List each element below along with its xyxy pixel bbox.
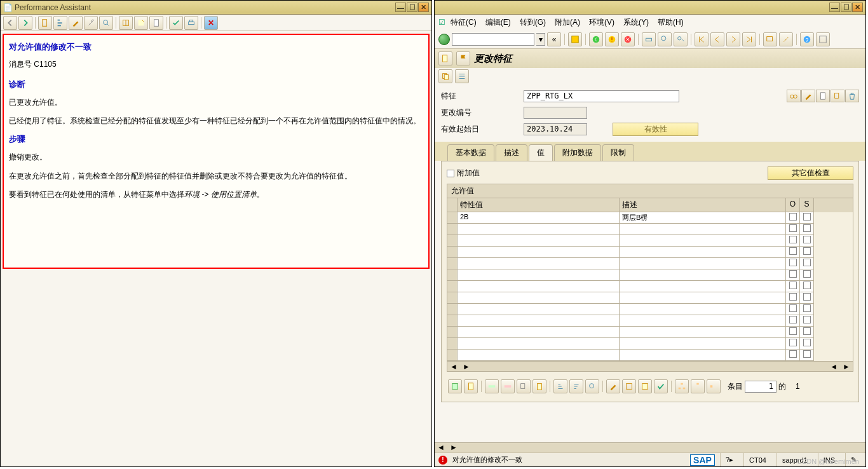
close-button[interactable]: ✕ [418, 3, 429, 12]
table-row[interactable]: 2B两层B楞 [447, 212, 853, 224]
table-row[interactable] [447, 315, 853, 327]
tbl-hier-button[interactable] [675, 379, 689, 393]
history-button[interactable]: « [547, 32, 561, 46]
tool-btn-2[interactable] [53, 16, 67, 30]
table-row[interactable] [447, 235, 853, 247]
change-number-input[interactable] [524, 107, 587, 119]
save-button[interactable] [568, 32, 582, 46]
print-button[interactable] [184, 16, 198, 30]
tab-restrictions[interactable]: 限制 [602, 144, 634, 161]
tab-additional[interactable]: 附加数据 [554, 144, 601, 161]
minimize-button[interactable]: — [829, 3, 840, 12]
menu-characteristic[interactable]: 特征(C) [447, 16, 480, 29]
additional-values-checkbox[interactable]: 附加值 [447, 168, 480, 179]
pencil-button[interactable] [801, 90, 815, 102]
tbl-sort-asc-button[interactable] [553, 379, 567, 393]
last-page-button[interactable] [742, 32, 756, 46]
tbl-btn-2[interactable] [464, 379, 478, 393]
shortcut-button[interactable] [779, 32, 793, 46]
command-field[interactable] [452, 33, 534, 46]
table-row[interactable] [447, 350, 853, 361]
menu-edit[interactable]: 编辑(E) [482, 16, 515, 29]
tbl-hier3-button[interactable] [707, 379, 721, 393]
find-button[interactable] [658, 32, 672, 46]
table-row[interactable] [447, 327, 853, 338]
tbl-check-button[interactable] [654, 379, 668, 393]
valid-from-input[interactable] [524, 123, 587, 135]
tbl-paste-button[interactable] [532, 379, 546, 393]
tbl-hier2-button[interactable] [691, 379, 705, 393]
procedure-heading: 步骤 [9, 133, 423, 145]
new-session-button[interactable] [763, 32, 777, 46]
menu-help[interactable]: 帮助(H) [654, 16, 688, 29]
menu-environment[interactable]: 环境(V) [585, 16, 618, 29]
print-button[interactable] [642, 32, 656, 46]
tbl-text-button[interactable] [638, 379, 652, 393]
app-icon-1[interactable] [438, 51, 452, 65]
forward-button[interactable] [18, 16, 32, 30]
cancel-button[interactable] [621, 32, 635, 46]
next-page-button[interactable] [726, 32, 740, 46]
tab-basic-data[interactable]: 基本数据 [447, 144, 494, 161]
delete-button[interactable] [845, 90, 859, 102]
maximize-button[interactable]: ☐ [407, 3, 417, 12]
back-button[interactable] [3, 16, 17, 30]
table-row[interactable] [447, 224, 853, 235]
tool-btn-5[interactable] [99, 16, 113, 30]
command-dropdown[interactable]: ▾ [536, 33, 545, 46]
tbl-select-button[interactable] [622, 379, 636, 393]
table-row[interactable] [447, 258, 853, 269]
layout-button[interactable] [816, 32, 830, 46]
tool-btn-7[interactable] [134, 16, 148, 30]
tbl-btn-1[interactable] [448, 379, 462, 393]
tbl-edit-button[interactable] [606, 379, 620, 393]
tool-btn-3[interactable] [69, 16, 83, 30]
tool-btn-6[interactable] [119, 16, 133, 30]
validity-button[interactable]: 有效性 [613, 123, 698, 136]
prev-page-button[interactable] [710, 32, 724, 46]
find-next-button[interactable] [674, 32, 688, 46]
status-help[interactable]: ?▸ [720, 453, 738, 466]
back-nav-button[interactable] [589, 32, 603, 46]
tool-btn-9[interactable] [169, 16, 183, 30]
tbl-find-button[interactable] [585, 379, 599, 393]
sub-btn-1[interactable] [438, 69, 452, 83]
tbl-copy-button[interactable] [517, 379, 531, 393]
table-row[interactable] [447, 269, 853, 281]
horizontal-scrollbar[interactable]: ◄► ◄► [447, 362, 853, 372]
app-icon-2[interactable] [456, 51, 470, 65]
table-row[interactable] [447, 338, 853, 350]
exit-button[interactable] [605, 32, 619, 46]
menu-goto[interactable]: 转到(G) [516, 16, 550, 29]
sub-btn-2[interactable] [455, 69, 469, 83]
entry-number-input[interactable] [745, 381, 776, 393]
enter-button[interactable] [438, 34, 450, 45]
tbl-sort-desc-button[interactable] [569, 379, 583, 393]
tab-values[interactable]: 值 [529, 144, 553, 161]
other-value-check-button[interactable]: 其它值检查 [768, 167, 853, 180]
table-row[interactable] [447, 292, 853, 304]
tab-description[interactable]: 描述 [496, 144, 527, 161]
glasses-button[interactable] [787, 90, 801, 102]
tool-btn-8[interactable] [149, 16, 163, 30]
close-help-button[interactable]: ✕ [204, 16, 218, 30]
menu-system[interactable]: 系统(Y) [620, 16, 653, 29]
menu-icon[interactable]: ☑ [438, 18, 445, 27]
copy-char-button[interactable] [831, 90, 844, 102]
first-page-button[interactable] [695, 32, 709, 46]
help-button[interactable]: ? [800, 32, 814, 46]
create-button[interactable] [816, 90, 830, 102]
close-button[interactable]: ✕ [852, 3, 863, 12]
overflow-scrollbar[interactable]: ◄► [435, 442, 865, 452]
table-row[interactable] [447, 281, 853, 292]
maximize-button[interactable]: ☐ [841, 3, 851, 12]
tool-btn-1[interactable] [38, 16, 52, 30]
characteristic-input[interactable] [524, 90, 679, 102]
tbl-insert-button[interactable] [485, 379, 499, 393]
table-row[interactable] [447, 304, 853, 315]
tbl-delete-button[interactable] [501, 379, 515, 393]
menu-extras[interactable]: 附加(A) [551, 16, 584, 29]
table-row[interactable] [447, 247, 853, 258]
tool-btn-4[interactable] [84, 16, 98, 30]
minimize-button[interactable]: — [395, 3, 406, 12]
